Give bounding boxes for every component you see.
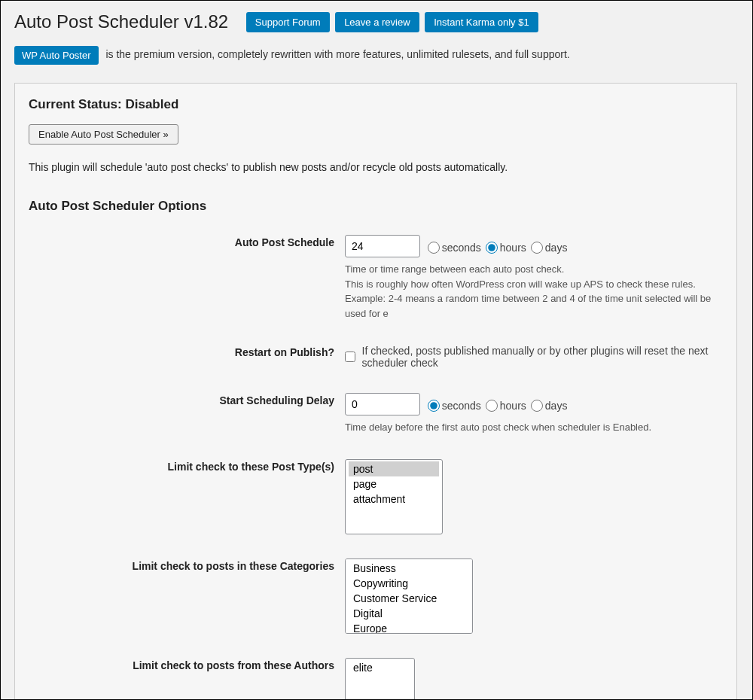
- premium-line: WP Auto Poster is the premium version, c…: [14, 46, 737, 65]
- support-forum-button[interactable]: Support Forum: [246, 12, 330, 32]
- delay-desc: Time delay before the first auto post ch…: [345, 420, 723, 435]
- post-types-select[interactable]: post page attachment: [345, 459, 443, 534]
- delay-value-input[interactable]: [345, 393, 420, 415]
- enable-scheduler-button[interactable]: Enable Auto Post Scheduler »: [29, 124, 178, 145]
- delay-seconds-option[interactable]: seconds: [428, 400, 481, 412]
- schedule-seconds-option[interactable]: seconds: [428, 242, 481, 254]
- categories-label: Limit check to posts in these Categories: [29, 552, 345, 652]
- delay-hours-option[interactable]: hours: [486, 400, 526, 412]
- premium-description: is the premium version, completely rewri…: [105, 48, 569, 60]
- schedule-label: Auto Post Schedule: [29, 229, 345, 339]
- schedule-desc: Time or time range between each auto pos…: [345, 262, 723, 321]
- delay-days-option[interactable]: days: [531, 400, 568, 412]
- options-heading: Auto Post Scheduler Options: [29, 199, 723, 214]
- post-types-label: Limit check to these Post Type(s): [29, 453, 345, 552]
- status-heading: Current Status: Disabled: [29, 97, 723, 112]
- wp-auto-poster-button[interactable]: WP Auto Poster: [14, 46, 99, 65]
- restart-label: Restart on Publish?: [29, 339, 345, 387]
- schedule-hours-option[interactable]: hours: [486, 242, 526, 254]
- restart-checkbox[interactable]: [345, 351, 355, 363]
- schedule-value-input[interactable]: [345, 235, 420, 257]
- page-title: Auto Post Scheduler v1.82: [14, 8, 228, 35]
- leave-review-button[interactable]: Leave a review: [335, 12, 419, 32]
- categories-select[interactable]: Business Copywriting Customer Service Di…: [345, 558, 473, 634]
- authors-label: Limit check to posts from these Authors: [29, 652, 345, 701]
- instant-karma-button[interactable]: Instant Karma only $1: [425, 12, 538, 32]
- status-description: This plugin will schedule 'auto post che…: [29, 161, 723, 173]
- schedule-days-option[interactable]: days: [531, 242, 568, 254]
- restart-desc: If checked, posts published manually or …: [362, 345, 723, 369]
- delay-label: Start Scheduling Delay: [29, 387, 345, 453]
- authors-select[interactable]: elite: [345, 658, 415, 701]
- settings-panel: Current Status: Disabled Enable Auto Pos…: [14, 83, 737, 700]
